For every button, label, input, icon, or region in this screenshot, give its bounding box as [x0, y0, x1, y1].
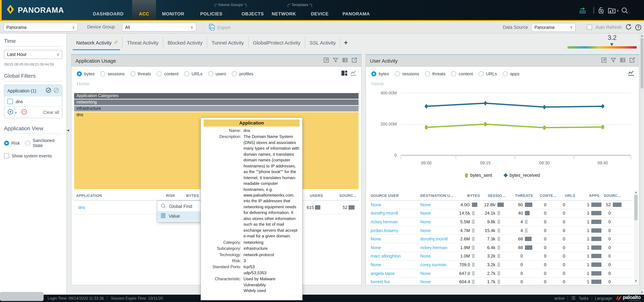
source-user-link[interactable]: dorothy.morrill	[368, 211, 418, 216]
source-user-link[interactable]: rickey.herman	[368, 219, 418, 224]
radio-button[interactable]	[100, 71, 105, 76]
line-chart-view-icon[interactable]	[628, 70, 634, 77]
scrollbar-thumb[interactable]	[634, 195, 638, 220]
maximize-icon[interactable]	[323, 57, 329, 64]
legend-item-bytes_received[interactable]: bytes_received	[504, 173, 540, 178]
destination-user-link[interactable]: dorothy.morrill	[418, 236, 457, 241]
nav-item-dashboard[interactable]: DASHBOARD	[93, 0, 124, 20]
destination-user-link[interactable]: rickey.herman	[418, 245, 457, 250]
tab-+[interactable]: +	[340, 37, 351, 48]
destination-user-link[interactable]: None	[418, 219, 457, 224]
dns-filter-checkbox[interactable]	[8, 99, 13, 104]
chevron-down-icon[interactable]: ∨	[616, 9, 619, 12]
treemap-band-application-categories[interactable]: Application Categories	[74, 93, 358, 99]
table-row[interactable]: rickey.hermanNone5.5M9.8k40010	[368, 218, 633, 226]
tasks-link[interactable]: Tasks	[578, 296, 588, 300]
page-scrollbar[interactable]: ▲ ▼	[640, 33, 644, 295]
radio-content[interactable]: content	[451, 71, 473, 76]
language-link[interactable]: Language	[595, 296, 612, 300]
search-icon[interactable]	[621, 7, 629, 16]
treemap-band-networking[interactable]: networking	[74, 99, 358, 105]
table-row[interactable]: dorothy.morrillNone14.5M24.1k400010	[368, 209, 633, 218]
tab-tunnel-activity[interactable]: Tunnel Activity	[207, 37, 248, 48]
tab-network-activity[interactable]: Network Activity✎	[72, 37, 122, 48]
radio-apps[interactable]: apps	[502, 71, 520, 76]
table-row[interactable]: NoneNone4.0G12.8M8000152	[368, 201, 633, 209]
scroll-up-icon[interactable]: ▲	[634, 191, 638, 194]
radio-button[interactable]	[425, 71, 430, 76]
table-row[interactable]: Nonecorey.surman709.0k3.2k00010	[368, 261, 633, 269]
radio-button[interactable]	[130, 71, 135, 76]
source-user-link[interactable]: angela.tapia	[368, 271, 418, 276]
radio-users[interactable]: users	[208, 71, 226, 76]
radio-button[interactable]	[451, 71, 456, 76]
table-row[interactable]: jordan.boweryNone4.7M15.4k40010	[368, 226, 633, 235]
destination-user-link[interactable]: None	[418, 254, 457, 259]
destination-user-link[interactable]: corey.surman	[418, 262, 457, 267]
scrollbar-thumb[interactable]	[641, 38, 643, 88]
source-user-link[interactable]: None	[368, 202, 418, 207]
radio-content[interactable]: content	[157, 71, 178, 76]
radio-threats[interactable]: threats	[130, 71, 151, 76]
commit-status-icon[interactable]	[579, 7, 586, 15]
scroll-down-icon[interactable]: ▼	[640, 291, 644, 294]
nav-item-monitor[interactable]: MONITOR	[162, 0, 184, 20]
radio-button[interactable]	[371, 71, 376, 76]
jump-to-icon[interactable]	[352, 57, 357, 64]
treemap-view-icon[interactable]	[341, 70, 348, 77]
unlock-icon[interactable]	[597, 7, 605, 16]
breadcrumb-home[interactable]: Home	[77, 81, 90, 86]
edit-pencil-icon[interactable]: ✎	[114, 39, 118, 45]
table-row[interactable]: angela.tapiaNone647.0k2.7k00010	[368, 269, 633, 278]
maximize-icon[interactable]	[601, 57, 607, 64]
tasks-icon[interactable]	[571, 296, 576, 301]
radio-sessions[interactable]: sessions	[100, 71, 124, 76]
brand[interactable]: PANORAMA	[6, 4, 64, 16]
radio-bytes[interactable]: bytes	[77, 71, 94, 76]
nav-item-acc[interactable]: ACC	[132, 0, 156, 20]
scroll-up-icon[interactable]: ▲	[640, 34, 644, 37]
radio-button[interactable]	[184, 71, 189, 76]
tab-ssl-activity[interactable]: SSL Activity	[305, 37, 340, 48]
radio-urls[interactable]: URLs	[479, 71, 497, 76]
table-row[interactable]: Nonedorothy.morrill2.6M7.3k680010	[368, 235, 633, 243]
auto-refresh-checkbox[interactable]	[587, 25, 592, 30]
table-view-icon[interactable]	[342, 57, 348, 64]
refresh-icon[interactable]	[625, 23, 632, 31]
treemap-band-infrastructure[interactable]: infrastructure	[74, 106, 358, 112]
source-user-link[interactable]: jordan.bowery	[368, 228, 418, 233]
radio-profiles[interactable]: profiles	[232, 71, 254, 76]
export-button[interactable]: Export	[209, 23, 230, 32]
radio-risk[interactable]: Risk	[4, 138, 20, 148]
table-row[interactable]: forrest.foxNone604.4k1.7k00010	[368, 278, 633, 286]
radio-urls[interactable]: URLs	[184, 71, 202, 76]
negate-filter-icon[interactable]	[53, 87, 59, 94]
add-filter-icon[interactable]	[8, 109, 14, 116]
destination-user-link[interactable]: None	[418, 279, 457, 284]
clear-all-link[interactable]: Clear all	[43, 110, 59, 115]
nav-item-panorama[interactable]: PANORAMA	[342, 0, 370, 20]
radio-bytes[interactable]: bytes	[371, 71, 389, 76]
data-source-select[interactable]: Panorama∨	[531, 23, 576, 32]
table-scrollbar[interactable]: ▲ ▼	[634, 190, 638, 283]
radio-button[interactable]	[25, 141, 30, 146]
radio-threats[interactable]: threats	[425, 71, 446, 76]
chevron-down-icon[interactable]: ∨	[15, 111, 17, 114]
radio-button[interactable]	[77, 71, 82, 76]
source-user-link[interactable]: None	[368, 245, 418, 250]
destination-user-link[interactable]: None	[418, 228, 457, 233]
radio-button[interactable]	[395, 71, 400, 76]
device-group-select[interactable]: All∨	[122, 23, 196, 31]
remove-filter-icon[interactable]	[21, 109, 27, 116]
breadcrumb-home[interactable]: Home	[371, 81, 384, 86]
save-push-icon[interactable]	[608, 7, 616, 15]
tab-globalprotect-activity[interactable]: GlobalProtect Activity	[248, 37, 305, 48]
radio-button[interactable]	[4, 141, 9, 146]
legend-item-bytes_sent[interactable]: bytes_sent	[465, 173, 492, 178]
select-all-icon[interactable]	[46, 87, 51, 94]
sidebar-collapse-handle[interactable]: ◀	[67, 129, 69, 132]
filter-icon[interactable]	[333, 57, 338, 64]
time-select[interactable]: Last Hour∨	[4, 50, 62, 59]
scroll-down-icon[interactable]: ▼	[634, 280, 638, 283]
destination-user-link[interactable]: None	[418, 202, 457, 207]
